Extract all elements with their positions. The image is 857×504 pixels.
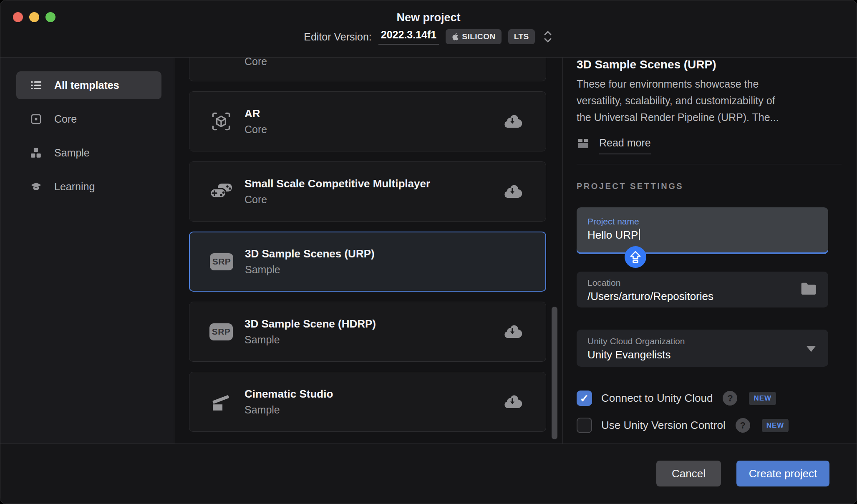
project-name-label: Project name	[587, 217, 817, 227]
sidebar-item-label: Learning	[54, 181, 95, 193]
connect-cloud-row: ✓ Connect to Unity Cloud ? NEW	[577, 391, 857, 406]
sidebar-item-label: All templates	[54, 79, 119, 91]
core-icon	[30, 113, 42, 125]
location-field[interactable]: Location /Users/arturo/Repositories	[577, 272, 828, 307]
connect-cloud-checkbox[interactable]: ✓	[577, 391, 592, 406]
template-description: These four environments showcase the ver…	[577, 76, 831, 126]
new-badge: NEW	[749, 392, 776, 405]
silicon-badge-label: SILICON	[462, 32, 496, 41]
project-name-field[interactable]: Project name Hello URP	[577, 207, 828, 254]
cloud-download-icon[interactable]	[503, 324, 522, 340]
details-panel: 3D Sample Scenes (URP) These four enviro…	[562, 58, 857, 444]
template-title: 3D Sample Scene (HDRP)	[244, 318, 376, 330]
text-cursor	[639, 229, 640, 240]
version-control-checkbox[interactable]	[577, 418, 592, 433]
template-card-clipped[interactable]: Core	[189, 58, 546, 81]
template-subtitle: Sample	[244, 404, 333, 416]
template-filter-sidebar: All templates Core Sample Learning	[0, 58, 174, 444]
version-control-row: Use Unity Version Control ? NEW	[577, 418, 857, 433]
location-label: Location	[587, 278, 817, 288]
organization-label: Unity Cloud Organization	[587, 336, 817, 346]
template-card-cinematic-studio[interactable]: Cinematic Studio Sample	[189, 372, 546, 432]
template-subtitle: Core	[244, 58, 267, 68]
cancel-button[interactable]: Cancel	[656, 461, 721, 486]
check-icon: ✓	[580, 393, 589, 404]
gamepad-icon	[209, 183, 233, 200]
organization-dropdown[interactable]: Unity Cloud Organization Unity Evangelis…	[577, 330, 828, 367]
chevron-down-icon	[807, 346, 816, 352]
create-project-button[interactable]: Create project	[736, 461, 829, 486]
dialog-body: All templates Core Sample Learning	[0, 57, 857, 444]
read-more-link[interactable]: Read more	[599, 137, 651, 154]
connect-cloud-label: Connect to Unity Cloud	[601, 392, 713, 405]
template-subtitle: Core	[244, 123, 267, 136]
cloud-download-icon[interactable]	[503, 394, 522, 410]
chevron-up-down-icon	[542, 30, 553, 44]
editor-version-value[interactable]: 2022.3.14f1	[378, 29, 439, 45]
template-title: Small Scale Competitive Multiplayer	[244, 177, 430, 190]
organization-value: Unity Evangelists	[587, 348, 817, 361]
new-badge: NEW	[762, 419, 789, 432]
template-card-multiplayer[interactable]: Small Scale Competitive Multiplayer Core	[189, 161, 546, 222]
location-value: /Users/arturo/Repositories	[587, 290, 817, 303]
list-icon	[30, 80, 42, 91]
folder-icon[interactable]	[801, 282, 817, 297]
silicon-badge: SILICON	[446, 29, 502, 44]
list-scrollbar[interactable]	[552, 307, 557, 439]
ar-icon	[209, 111, 233, 131]
panel-divider	[577, 164, 842, 164]
cloud-download-icon[interactable]	[503, 184, 522, 199]
cloud-download-icon[interactable]	[503, 113, 522, 129]
srp-badge-icon: SRP	[210, 253, 233, 270]
version-selector-button[interactable]	[542, 30, 553, 44]
lts-badge: LTS	[508, 29, 535, 44]
caps-lock-indicator-icon	[625, 246, 646, 268]
package-icon	[577, 137, 590, 152]
template-card-ar[interactable]: AR Core	[189, 91, 546, 151]
sidebar-item-core[interactable]: Core	[16, 105, 161, 133]
sidebar-item-sample[interactable]: Sample	[16, 139, 161, 167]
version-control-label: Use Unity Version Control	[601, 419, 726, 432]
learning-icon	[30, 181, 42, 192]
template-subtitle: Sample	[244, 334, 376, 346]
template-list: Core AR Core Small Scale C	[174, 58, 562, 444]
lts-badge-label: LTS	[514, 32, 529, 41]
sidebar-item-label: Core	[54, 113, 77, 125]
template-title: Cinematic Studio	[244, 388, 333, 401]
template-card-3d-hdrp[interactable]: SRP 3D Sample Scene (HDRP) Sample	[189, 302, 546, 362]
sidebar-item-all-templates[interactable]: All templates	[16, 71, 161, 99]
sidebar-item-learning[interactable]: Learning	[16, 173, 161, 201]
template-card-3d-urp[interactable]: SRP 3D Sample Scenes (URP) Sample	[189, 232, 546, 292]
sidebar-item-label: Sample	[54, 147, 90, 159]
template-title: AR	[244, 107, 267, 120]
template-title: 3D Sample Scenes (URP)	[245, 247, 375, 260]
read-more-row: Read more	[577, 137, 857, 154]
srp-badge-label: SRP	[210, 253, 233, 270]
editor-version-row: Editor Version: 2022.3.14f1 SILICON LTS	[0, 29, 857, 45]
template-details-title: 3D Sample Scenes (URP)	[577, 58, 857, 71]
sample-icon	[30, 147, 42, 159]
apple-logo-icon	[451, 33, 459, 41]
new-project-dialog: New project Editor Version: 2022.3.14f1 …	[0, 0, 857, 504]
dialog-footer: Cancel Create project	[0, 444, 857, 504]
help-icon[interactable]: ?	[736, 418, 750, 433]
template-subtitle: Core	[244, 194, 430, 206]
editor-version-label: Editor Version:	[304, 31, 372, 43]
clapperboard-icon	[209, 391, 233, 412]
project-name-value: Hello URP	[587, 229, 817, 242]
srp-badge-label: SRP	[209, 323, 233, 340]
project-settings-heading: PROJECT SETTINGS	[577, 181, 857, 191]
help-icon[interactable]: ?	[723, 391, 737, 406]
page-title: New project	[0, 11, 857, 24]
title-bar: New project Editor Version: 2022.3.14f1 …	[0, 0, 857, 57]
srp-badge-icon: SRP	[209, 323, 233, 340]
template-subtitle: Sample	[245, 264, 375, 276]
